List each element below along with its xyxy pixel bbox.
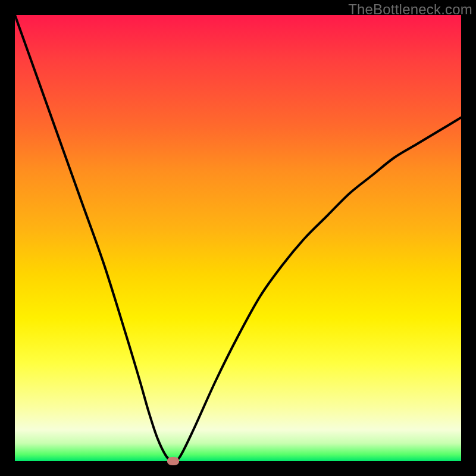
bottleneck-curve [15,15,461,461]
plot-area [15,15,461,461]
minimum-marker [167,457,179,465]
chart-frame: TheBottleneck.com [0,0,476,476]
